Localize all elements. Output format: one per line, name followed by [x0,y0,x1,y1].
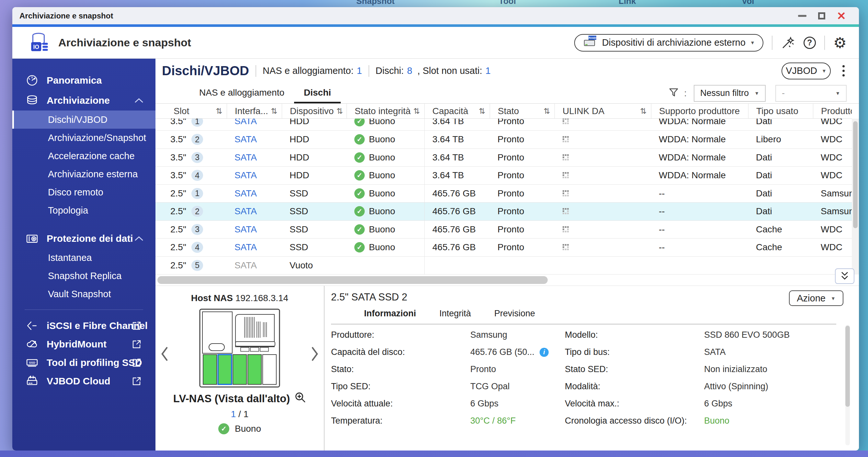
sidebar-item-topologia[interactable]: Topologia [12,201,155,220]
sidebar-item-vjbod-cloud[interactable]: VJBOD Cloud [12,372,155,390]
tab-information[interactable]: Informazioni [364,309,416,324]
detail-vertical-scrollbar[interactable] [845,325,850,445]
sidebar-item-label: Panoramica [46,75,102,86]
external-storage-devices-button[interactable]: RAID Dispositivi di archiviazione estern… [574,34,764,52]
sidebar-item-archiviazione[interactable]: Archiviazione [12,90,155,111]
sort-icon[interactable]: ⇅ [541,107,550,116]
check-icon: ✓ [354,152,365,163]
sort-icon[interactable]: ⇅ [213,107,222,116]
tab-prediction[interactable]: Previsione [494,309,535,324]
interface-link[interactable]: SATA [235,206,257,217]
column-header-stato-integrit-[interactable]: Stato integrità⇅ [346,104,424,118]
check-icon: ✓ [218,423,229,434]
detail-field-value: SSD 860 EVO 500GB [704,330,859,340]
minimize-icon[interactable] [798,15,806,17]
column-header-slot[interactable]: Slot⇅ [155,104,227,118]
detail-field-value: Pronto [470,364,565,374]
nas-top-view-diagram[interactable] [199,309,280,388]
carousel-next-icon[interactable] [310,346,319,363]
sidebar-item-disco-remoto[interactable]: Disco remoto [12,183,155,201]
sidebar-item-accelerazione-cache[interactable]: Accelerazione cache [12,147,155,165]
sidebar-item-tool-di-profiling-ssd[interactable]: SSDTool di profiling SSD [12,353,155,372]
detail-field-label: Stato SED: [565,364,704,374]
wizard-wand-icon[interactable] [781,36,795,50]
chevron-up-icon[interactable] [134,97,144,104]
table-row-2.5-2[interactable]: 2.5"2SATASSD✓Buono465.76 GBPronto--DatiS… [155,203,852,221]
column-header-ulink-da[interactable]: ULINK DA⇅ [555,104,651,118]
vjbod-button[interactable]: VJBOD ▼ [781,62,831,79]
cell-manufacturer: Samsung [813,185,852,203]
sidebar-item-dischi-vjbod[interactable]: Dischi/VJBOD [12,111,155,129]
interface-link[interactable]: SATA [235,134,257,145]
table-row-3.5-1[interactable]: 3.5"1SATAHDD✓Buono3.64 TBProntoWDDA: Nor… [155,119,852,131]
external-storage-devices-label: Dispositivi di archiviazione esterno [602,37,746,48]
interface-link[interactable]: SATA [235,152,257,163]
nas-pagination: 1 / 1 [155,409,324,420]
cell-vendor-support: WDDA: Normale [651,119,748,130]
sidebar-item-archiviazione-esterna[interactable]: Archiviazione esterna [12,165,155,183]
maximize-icon[interactable] [818,12,825,20]
cell-ulink-da [555,167,651,184]
close-icon[interactable]: ✕ [837,10,846,21]
interface-link[interactable]: SATA [235,242,257,253]
table-row-2.5-4[interactable]: 2.5"4SATASSD✓Buono465.76 GBPronto--Cache… [155,238,852,257]
detail-field-value: 6 Gbps [470,399,565,409]
interface-link[interactable]: SATA [235,188,257,199]
interface-link[interactable]: SATA [235,170,257,180]
table-row-2.5-3[interactable]: 2.5"3SATASSD✓Buono465.76 GBPronto--Cache… [155,221,852,239]
sort-icon[interactable]: ⇅ [638,107,647,116]
sidebar-item-label: Archiviazione/Snapshot [48,133,146,143]
table-row-3.5-4[interactable]: 3.5"4SATAHDD✓Buono3.64 TBProntoWDDA: Nor… [155,167,852,185]
scrollbar-thumb[interactable] [157,276,548,284]
column-header-interfa-[interactable]: Interfa...⇅ [227,104,282,118]
filter-funnel-icon[interactable] [669,87,679,99]
filter-select[interactable]: Nessun filtro ▼ [694,85,766,102]
column-header-capacit-[interactable]: Capacità⇅ [424,104,490,118]
interface-link[interactable]: SATA [235,224,257,235]
window-titlebar[interactable]: Archiviazione e snapshot ✕ [12,7,859,24]
info-icon[interactable]: i [539,348,549,357]
collapse-panel-button[interactable] [835,268,855,284]
interface-link[interactable]: SATA [235,119,257,126]
tab-health[interactable]: Integrità [439,309,471,324]
sort-icon[interactable]: ⇅ [411,107,420,116]
filter-secondary-select[interactable]: - ▼ [775,85,847,102]
sort-icon[interactable]: ⇅ [476,107,485,116]
action-button[interactable]: Azione ▼ [789,290,843,306]
table-row-3.5-3[interactable]: 3.5"3SATAHDD✓Buono3.64 TBProntoWDDA: Nor… [155,149,852,167]
help-icon[interactable]: ? [804,37,816,49]
table-row-2.5-1[interactable]: 2.5"1SATASSD✓Buono465.76 GBPronto--DatiS… [155,185,852,203]
sidebar-item-istantanea[interactable]: Istantanea [12,249,155,267]
table-vertical-scrollbar[interactable] [852,119,859,275]
cell-capacity: 465.76 GB [424,221,490,238]
sidebar-item-protezione-dei-dati[interactable]: Protezione dei dati [12,229,155,249]
detail-field-value: SATA [704,347,859,357]
tab-disks[interactable]: Dischi [294,87,341,104]
cell-slot: 3.5"4 [155,167,227,184]
sidebar-item-archiviazione-snapshot[interactable]: Archiviazione/Snapshot [12,129,155,147]
sort-icon[interactable]: ⇅ [268,107,277,116]
cell-status: Pronto [490,185,555,203]
table-header-row: Slot⇅Interfa...⇅Dispositivo⇅Stato integr… [155,104,852,119]
tab-nas-enclosure[interactable]: NAS e alloggiamento [189,87,294,104]
gear-icon[interactable]: ⚙ [833,35,847,50]
sidebar-item-panoramica[interactable]: Panoramica [12,70,155,90]
sidebar-item-hybridmount[interactable]: HybridMount [12,335,155,353]
cell-used-type: Dati [748,119,813,130]
column-header-dispositivo[interactable]: Dispositivo⇅ [282,104,346,118]
detail-field-value: 465.76 GB (50...i [470,347,565,357]
chevron-up-icon[interactable] [134,236,144,241]
carousel-prev-icon[interactable] [160,346,169,363]
table-row-2.5-5[interactable]: 2.5"5SATAVuoto [155,257,852,275]
table-horizontal-scrollbar[interactable] [155,275,859,286]
sidebar-item-vault-snapshot[interactable]: Vault Snapshot [12,285,155,303]
column-header-stato[interactable]: Stato⇅ [490,104,555,118]
sidebar-item-iscsi-e-fibre-channel[interactable]: iSCSI e Fibre Channel [12,316,155,335]
sidebar-item-snapshot-replica[interactable]: Snapshot Replica [12,267,155,285]
more-options-icon[interactable] [841,64,846,78]
table-row-3.5-2[interactable]: 3.5"2SATAHDD✓Buono3.64 TBProntoWDDA: Nor… [155,131,852,149]
zoom-in-icon[interactable] [294,392,306,406]
detail-field-value: Non inizializzato [704,364,859,374]
sort-icon[interactable]: ⇅ [334,107,343,116]
cell-interface: SATA [227,149,282,167]
